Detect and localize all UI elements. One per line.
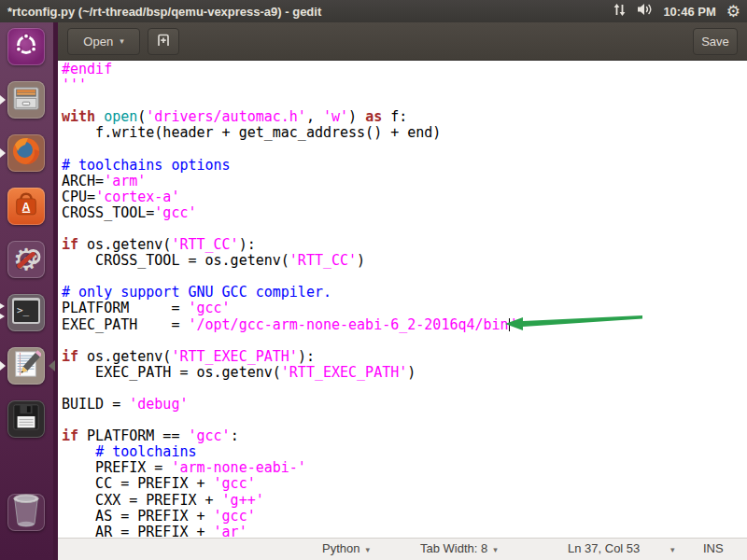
code-token: if [62,427,78,444]
code-line[interactable] [62,381,747,397]
new-tab-icon [156,33,171,50]
open-button[interactable]: Open ▾ [67,28,140,55]
code-token: EXEC_PATH = [62,316,188,333]
volume-icon[interactable] [637,3,653,20]
code-token [95,108,104,125]
code-token: CROSS_TOOL= [62,204,154,221]
code-token: 'cortex-a' [95,189,179,205]
code-line[interactable]: CROSS_TOOL = os.getenv('RTT_CC') [62,253,747,269]
launcher-item-trash[interactable] [7,494,45,531]
launcher-item-files[interactable] [7,81,45,119]
code-line[interactable] [62,269,747,285]
code-line[interactable]: ARCH='arm' [62,174,747,189]
launcher-item-dash[interactable] [7,28,45,65]
software-bag-icon: A [12,190,40,222]
code-token: 'gcc' [154,204,196,221]
code-token: 'g++' [222,492,264,509]
code-line[interactable]: CXX = PREFIX + 'g++' [62,493,747,509]
code-token: ''' [62,77,87,93]
code-token: 'gcc' [188,300,230,316]
save-button[interactable]: Save [693,28,738,55]
code-line[interactable] [62,333,747,349]
code-line[interactable] [62,413,747,428]
running-indicator [0,361,6,371]
session-gear-icon[interactable]: ⚙ [726,4,740,20]
code-line[interactable]: CPU='cortex-a' [62,189,747,205]
launcher-item-gedit[interactable] [7,347,45,385]
trash-icon [10,493,42,532]
running-indicator [0,303,5,309]
code-line[interactable]: with open('drivers/automac.h', 'w') as f… [62,109,747,125]
launcher-item-software[interactable]: A [7,188,45,225]
code-line[interactable] [62,93,747,109]
code-token: AR = PREFIX + [62,524,214,538]
code-token: f.write(header + get_mac_address() + end… [62,124,441,141]
launcher-item-firefox[interactable] [7,134,45,172]
code-line[interactable]: AS = PREFIX + 'gcc' [62,509,747,525]
code-line[interactable]: ''' [62,77,747,93]
statusbar-dropdown-caret[interactable]: ▾ [670,545,675,554]
code-line[interactable] [62,141,747,157]
clock[interactable]: 10:46 PM [663,5,715,19]
code-line[interactable]: AR = PREFIX + 'ar' [62,525,747,538]
code-line[interactable]: if os.getenv('RTT_CC'): [62,237,747,253]
code-line[interactable] [62,221,747,237]
launcher-item-settings[interactable]: ⚙ [7,241,45,278]
indicator-tray: 10:46 PM ⚙ [613,3,740,21]
running-indicator [0,148,6,158]
code-token: ) [407,364,416,381]
code-line[interactable]: CROSS_TOOL='gcc' [62,205,747,221]
code-token: PLATFORM == [78,427,188,444]
file-cabinet-icon [11,83,41,117]
code-token: '/opt/gcc-arm-none-eabi-6_2-2016q4/bin [188,316,508,333]
cursor-position[interactable]: Ln 37, Col 53 [568,541,640,555]
language-selector[interactable]: Python▾ [322,541,370,555]
code-line[interactable]: if PLATFORM == 'gcc': [62,428,747,444]
svg-text:A: A [22,201,31,214]
code-line[interactable]: EXEC_PATH = os.getenv('RTT_EXEC_PATH') [62,365,747,381]
code-token: CXX = PREFIX + [62,492,222,509]
running-indicator [0,95,6,105]
running-indicator [0,314,5,319]
code-token: CROSS_TOOL = os.getenv( [62,252,289,269]
code-line[interactable]: PREFIX = 'arm-none-eabi-' [62,460,747,476]
launcher-item-floppy[interactable] [7,400,45,438]
code-token: if [62,236,78,253]
unity-launcher: A ⚙ >_ [0,22,53,560]
launcher-item-terminal[interactable]: >_ [7,294,45,331]
code-line[interactable]: if os.getenv('RTT_EXEC_PATH'): [62,349,747,365]
top-panel: *rtconfig.py (~/rt-thread/bsp/qemu-vexpr… [0,0,747,22]
chevron-down-icon: ▾ [365,545,370,554]
code-area: #endif'''with open('drivers/automac.h', … [62,62,747,538]
svg-text:>_: >_ [17,304,30,316]
network-arrows-icon[interactable] [613,3,627,21]
code-token: 'RTT_EXEC_PATH' [281,364,407,381]
floppy-disk-icon [11,402,41,436]
code-line[interactable]: CC = PREFIX + 'gcc' [62,476,747,492]
annotation-arrow [504,315,644,331]
text-editor-area[interactable]: #endif'''with open('drivers/automac.h', … [58,61,747,538]
code-line[interactable]: #endif [62,62,747,77]
open-button-label: Open [83,35,113,49]
code-token: ): [239,236,256,253]
code-token: PLATFORM = [62,300,188,316]
firefox-icon [10,135,42,171]
code-token: ( [137,108,146,125]
new-document-button[interactable] [148,28,179,55]
code-token: EXEC_PATH = os.getenv( [62,364,281,381]
code-line[interactable]: # only support GNU GCC compiler. [62,285,747,301]
code-token: AS = PREFIX + [62,508,214,525]
code-line[interactable]: f.write(header + get_mac_address() + end… [62,125,747,141]
code-line[interactable]: # toolchains [62,444,747,460]
code-token: f: [382,108,407,125]
code-token: as [365,108,382,125]
code-token: , [306,108,323,125]
code-token: BUILD = [62,396,129,413]
tab-width-selector[interactable]: Tab Width: 8▾ [420,541,498,555]
code-token: CPU= [62,189,95,205]
code-line[interactable]: # toolchains options [62,158,747,174]
code-token: 'gcc' [214,508,256,525]
code-token: 'RTT_CC' [171,236,238,253]
code-token: 'ar' [214,524,247,538]
code-line[interactable]: BUILD = 'debug' [62,397,747,413]
